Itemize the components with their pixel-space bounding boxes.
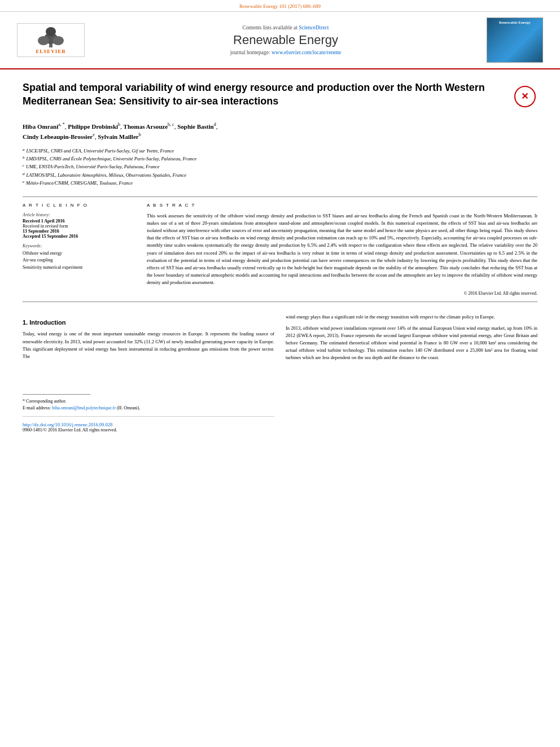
affil-c: c UME, ENSTA-ParisTech, Université Paris… — [23, 163, 537, 171]
affil-e: e Météo-France/CNRM, CNRS/GAME, Toulouse… — [23, 179, 537, 187]
received-date: Received 1 April 2016 — [23, 219, 135, 224]
author-philippe-sup: b — [118, 122, 120, 127]
article-info-column: A R T I C L E I N F O Article history: R… — [23, 203, 135, 296]
keyword-1: Offshore wind energy — [23, 250, 135, 257]
intro-left-column: 1. Introduction Today, wind energy is on… — [23, 313, 274, 433]
author-sylvain-sup: b — [139, 132, 141, 137]
journal-homepage-link[interactable]: www.elsevier.com/locate/renene — [272, 50, 341, 55]
svg-point-3 — [53, 36, 64, 45]
intro-right-column: wind energy plays thus a significant rol… — [286, 313, 537, 433]
affil-d: d LATMOS/IPSL, Laboratoire Atmosphères, … — [23, 171, 537, 179]
footnote-email: E-mail address: hiba.omrani@lmd.polytech… — [23, 405, 274, 412]
history-label: Article history: — [23, 212, 135, 217]
author-sylvain: Sylvain Mailler — [98, 133, 138, 140]
contents-available-line: Contents lists available at ScienceDirec… — [242, 25, 329, 30]
footnote-divider — [23, 394, 90, 395]
accepted-date: Accepted 15 September 2016 — [23, 234, 135, 239]
affiliations-section: a LSCE/IPSL, CNRS and CEA, Université Pa… — [23, 147, 537, 187]
intro-right-para1: wind energy plays thus a significant rol… — [286, 313, 537, 321]
author-thomas-sup: b, c — [168, 122, 174, 127]
elsevier-logo: ELSEVIER — [17, 23, 85, 57]
elsevier-logo-area: ELSEVIER — [11, 18, 90, 63]
article-history-group: Article history: Received 1 April 2016 R… — [23, 212, 135, 239]
author-cindy-sup: e — [93, 132, 95, 137]
revised-label: Received in revised form — [23, 224, 135, 229]
keywords-group: Keywords: Offshore wind energy Air-sea c… — [23, 243, 135, 272]
intro-left-para1: Today, wind energy is one of the most im… — [23, 330, 274, 360]
cover-title-text: Renewable Energy — [499, 20, 531, 25]
author-cindy: Cindy Lebeaupin-Brossier — [23, 133, 93, 140]
article-info-heading: A R T I C L E I N F O — [23, 203, 135, 208]
author-thomas: Thomas Arsouze — [124, 123, 168, 130]
science-direct-link[interactable]: ScienceDirect — [299, 25, 329, 30]
copyright-text: © 2016 Elsevier Ltd. All rights reserved… — [147, 291, 537, 296]
abstract-text: This work assesses the sensitivity of th… — [147, 212, 537, 287]
introduction-section: 1. Introduction Today, wind energy is on… — [23, 313, 537, 433]
footnote-corresponding: * Corresponding author. — [23, 398, 274, 405]
journal-cover-area: Renewable Energy — [481, 18, 549, 63]
svg-point-2 — [38, 36, 49, 45]
keyword-2: Air-sea coupling — [23, 257, 135, 264]
journal-title: Renewable Energy — [233, 33, 338, 47]
keywords-label: Keywords: — [23, 243, 135, 248]
homepage-line: journal homepage: www.elsevier.com/locat… — [230, 50, 342, 55]
intro-right-para2: In 2013, offshore wind power installatio… — [286, 325, 537, 362]
footnote-area: * Corresponding author. E-mail address: … — [23, 394, 274, 412]
intro-section-title: 1. Introduction — [23, 319, 274, 326]
doi-section: http://dx.doi.org/10.1016/j.renene.2016.… — [23, 416, 274, 433]
article-title-section: Spatial and temporal variability of wind… — [23, 81, 537, 115]
doi-link[interactable]: http://dx.doi.org/10.1016/j.renene.2016.… — [23, 422, 112, 427]
abstract-column: A B S T R A C T This work assesses the s… — [147, 203, 537, 296]
revised-date: 13 September 2016 — [23, 229, 135, 234]
journal-ref-text: Renewable Energy 101 (2017) 680–689 — [239, 3, 321, 9]
journal-cover-image: Renewable Energy — [487, 18, 543, 63]
journal-header-center: Contents lists available at ScienceDirec… — [96, 18, 475, 63]
keyword-3: Sensitivity numerical experiment — [23, 264, 135, 272]
crossmark-icon: ✕ — [514, 86, 536, 107]
author-philippe: Philippe Drobinski — [68, 123, 118, 130]
author-hiba: Hiba Omrani — [23, 123, 58, 130]
article-body: Spatial and temporal variability of wind… — [0, 69, 560, 444]
article-title: Spatial and temporal variability of wind… — [23, 81, 504, 108]
affil-b: b LMD/IPSL, CNRS and École Polytechnique… — [23, 155, 537, 163]
affil-a: a LSCE/IPSL, CNRS and CEA, Université Pa… — [23, 147, 537, 155]
svg-point-4 — [46, 27, 56, 36]
elsevier-tree-icon — [31, 26, 71, 49]
journal-reference-bar: Renewable Energy 101 (2017) 680–689 — [0, 0, 560, 12]
elsevier-brand-text: ELSEVIER — [36, 49, 66, 54]
info-abstract-section: A R T I C L E I N F O Article history: R… — [23, 196, 537, 303]
journal-header: ELSEVIER Contents lists available at Sci… — [0, 12, 560, 69]
author-sophie: Sophie Bastin — [177, 123, 214, 130]
author-hiba-sup: a, * — [58, 122, 65, 127]
email-link[interactable]: hiba.omrani@lmd.polytechnique.fr — [52, 405, 116, 410]
author-sophie-sup: d — [214, 122, 216, 127]
authors-section: Hiba Omrania, *, Philippe Drobinskib, Th… — [23, 121, 537, 142]
crossmark-badge[interactable]: ✕ — [512, 84, 537, 109]
issn-text: 0960-1481/© 2016 Elsevier Ltd. All right… — [23, 427, 274, 433]
abstract-heading: A B S T R A C T — [147, 203, 537, 208]
